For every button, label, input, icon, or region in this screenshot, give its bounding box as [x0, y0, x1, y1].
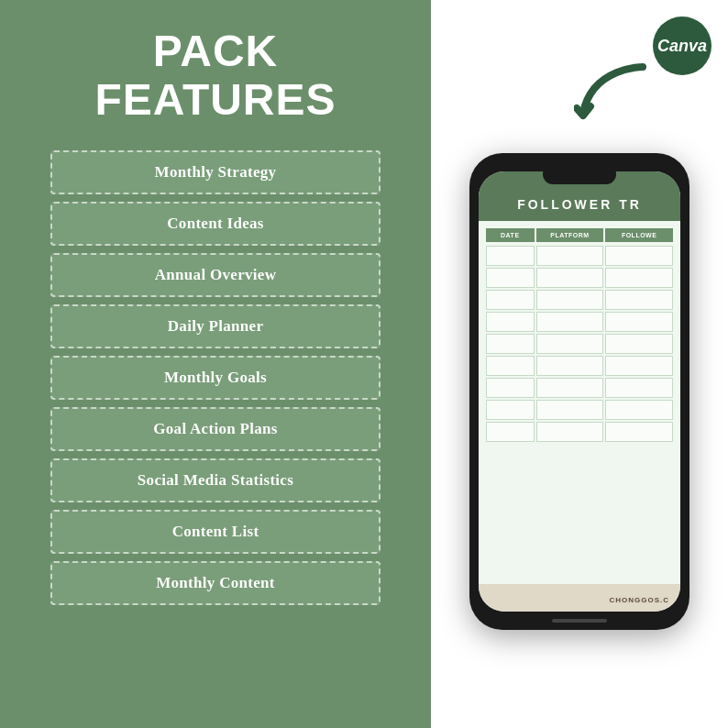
table-row	[486, 378, 673, 398]
table-data-cell	[486, 312, 535, 332]
table-header-cell: FOLLOWE	[605, 228, 673, 242]
table-data-cell	[536, 268, 604, 288]
table-row	[486, 356, 673, 376]
arrow-icon	[574, 62, 656, 136]
table-data-cell	[486, 334, 535, 354]
table-data-cell	[605, 290, 673, 310]
table-data-cell	[536, 290, 604, 310]
table-data-cell	[605, 246, 673, 266]
table-data-cell	[536, 378, 604, 398]
table-data-cell	[605, 334, 673, 354]
feature-item: Content Ideas	[50, 202, 381, 246]
table-header-row: DATEPLATFORMFOLLOWE	[486, 228, 673, 242]
table-header-cell: PLATFORM	[536, 228, 604, 242]
table-data-cell	[536, 400, 604, 420]
main-container: PACK FEATURES Monthly StrategyContent Id…	[0, 0, 728, 728]
feature-item: Monthly Strategy	[50, 150, 381, 194]
feature-item: Content List	[50, 510, 381, 554]
left-panel: PACK FEATURES Monthly StrategyContent Id…	[0, 0, 431, 728]
table-data-cell	[486, 246, 535, 266]
table-row	[486, 246, 673, 266]
table-data-cell	[486, 378, 535, 398]
feature-item: Annual Overview	[50, 253, 381, 297]
table-data-cell	[536, 334, 604, 354]
phone-screen: FOLLOWER TR DATEPLATFORMFOLLOWE CHONGGOS…	[479, 171, 680, 612]
screen-table: DATEPLATFORMFOLLOWE	[479, 221, 680, 584]
table-row	[486, 312, 673, 332]
table-row	[486, 268, 673, 288]
table-data-cell	[605, 312, 673, 332]
table-row	[486, 290, 673, 310]
page-title: PACK FEATURES	[28, 28, 403, 125]
right-panel: Canva FOLLOWER TR DATEPLATFORMFOLLOWE	[431, 0, 728, 728]
table-data-cell	[536, 422, 604, 442]
home-indicator	[552, 619, 607, 623]
table-data-cell	[486, 268, 535, 288]
table-data-cell	[486, 290, 535, 310]
table-data-cell	[536, 356, 604, 376]
table-data-cell	[605, 378, 673, 398]
feature-item: Daily Planner	[50, 304, 381, 348]
footer-text: CHONGGOS.C	[609, 596, 669, 604]
table-data-cell	[536, 246, 604, 266]
phone-notch	[543, 164, 616, 184]
feature-item: Monthly Goals	[50, 356, 381, 400]
feature-item: Goal Action Plans	[50, 407, 381, 451]
table-header-cell: DATE	[486, 228, 535, 242]
table-data-cell	[486, 356, 535, 376]
table-row	[486, 422, 673, 442]
table-data-cell	[605, 356, 673, 376]
feature-item: Social Media Statistics	[50, 458, 381, 502]
screen-title: FOLLOWER TR	[490, 197, 669, 212]
table-data-cell	[605, 400, 673, 420]
table-row	[486, 334, 673, 354]
screen-footer: CHONGGOS.C	[479, 584, 680, 612]
table-data-cell	[486, 422, 535, 442]
table-data-cell	[536, 312, 604, 332]
feature-item: Monthly Content	[50, 561, 381, 605]
features-list: Monthly StrategyContent IdeasAnnual Over…	[50, 150, 381, 605]
table-data-cell	[605, 268, 673, 288]
table-data-cell	[605, 422, 673, 442]
canva-badge: Canva	[653, 17, 711, 75]
table-row	[486, 400, 673, 420]
phone-mockup: FOLLOWER TR DATEPLATFORMFOLLOWE CHONGGOS…	[469, 153, 689, 630]
table-data-cell	[486, 400, 535, 420]
